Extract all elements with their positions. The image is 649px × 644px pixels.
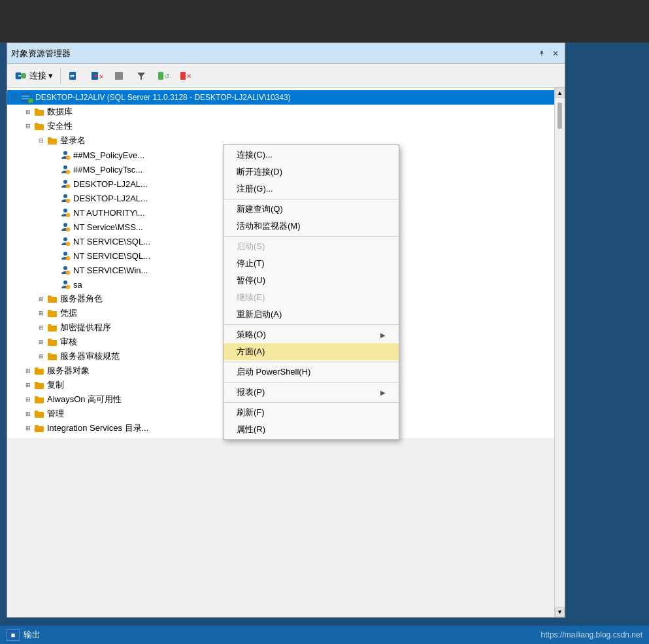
svg-rect-12 (180, 72, 186, 80)
ctx-sep-1 (224, 199, 399, 199)
ctx-disconnect[interactable]: 断开连接(D) (224, 163, 399, 180)
crypto-expand-icon: ⊞ (36, 322, 46, 333)
user-icon-9 (59, 265, 71, 275)
login-nt-service-win-label: NT SERVICE\Win... (73, 265, 148, 275)
toolbar-btn-5[interactable]: ↺ (154, 67, 173, 84)
server-expand-icon: ⊟ (10, 92, 20, 103)
ctx-continue: 继续(E) (224, 289, 399, 306)
svg-text:↺: ↺ (164, 73, 169, 80)
alwayson-label: AlwaysOn 高可用性 (47, 394, 122, 405)
credentials-folder-icon (46, 308, 58, 318)
server-roles-expand-icon: ⊞ (36, 294, 46, 304)
user-icon-2 (59, 164, 71, 175)
filter-icon (135, 69, 148, 82)
login-nt-service-mss-label: NT Service\MSS... (73, 222, 143, 232)
server-objects-expand-icon: ⊞ (23, 365, 33, 376)
credentials-expand-icon: ⊞ (36, 308, 46, 318)
connect-label: 连接 (29, 70, 46, 82)
context-menu: 连接(C)... 断开连接(D) 注册(G)... 新建查询(Q) 活动和监视器… (223, 144, 399, 440)
databases-label: 数据库 (47, 106, 73, 118)
svg-point-23 (63, 180, 67, 184)
user-icon-3 (59, 178, 71, 189)
ctx-facets[interactable]: 方面(A) (224, 343, 399, 360)
replication-folder-icon (33, 380, 45, 390)
title-bar-controls: 🖈 ✕ (536, 49, 561, 58)
ctx-properties[interactable]: 属性(R) (224, 421, 399, 438)
tree-databases[interactable]: ⊞ 数据库 (7, 105, 554, 119)
logins-expand-icon: ⊟ (36, 135, 46, 146)
audit-label: 审核 (60, 336, 77, 348)
close-button[interactable]: ✕ (550, 49, 561, 58)
ctx-pause[interactable]: 暂停(U) (224, 272, 399, 289)
login-nt-authority-label: NT AUTHORITY\... (73, 208, 145, 218)
svg-text:✕: ✕ (186, 73, 191, 80)
svg-text:✕: ✕ (99, 73, 103, 80)
svg-point-25 (63, 194, 67, 198)
ctx-refresh[interactable]: 刷新(F) (224, 404, 399, 421)
audit-folder-icon (46, 337, 58, 347)
svg-rect-15 (22, 95, 29, 97)
server-node[interactable]: ⊟ DESKTOP-LJ2ALIV (SQL Server 11.0.3128 … (7, 90, 554, 105)
svg-point-38 (66, 285, 70, 289)
tree-security[interactable]: ⊟ 安全性 (7, 119, 554, 133)
toolbar-btn-6[interactable]: ✕ (176, 67, 195, 84)
integration-label: Integration Services 目录... (47, 422, 148, 434)
toolbar-btn-4[interactable] (131, 67, 151, 84)
security-label: 安全性 (47, 120, 73, 132)
ctx-sep-3 (224, 324, 399, 325)
svg-point-30 (66, 228, 70, 231)
server-audit-spec-folder-icon (46, 351, 58, 362)
output-label: 输出 (24, 629, 41, 641)
ctx-register[interactable]: 注册(G)... (224, 180, 399, 197)
ctx-restart[interactable]: 重新启动(A) (224, 306, 399, 323)
scroll-up-button[interactable]: ▲ (555, 88, 565, 98)
security-expand-icon: ⊟ (23, 121, 33, 131)
login-ms-policy-eve-label: ##MS_PolicyEve... (73, 150, 144, 160)
refresh-icon: ⇄ (68, 69, 81, 82)
ctx-policy[interactable]: 策略(O) ▶ (224, 326, 399, 343)
svg-point-29 (63, 223, 67, 227)
connect-button[interactable]: 连接 ▾ (11, 67, 56, 84)
alwayson-folder-icon (33, 394, 45, 405)
scroll-thumb[interactable] (557, 103, 562, 129)
top-bar (0, 0, 649, 42)
svg-point-28 (66, 213, 70, 217)
replication-label: 复制 (47, 379, 64, 391)
server-roles-folder-icon (46, 294, 58, 304)
scroll-down-button[interactable]: ▼ (555, 607, 565, 617)
connect-icon (14, 69, 27, 82)
login-desktop-1-label: DESKTOP-LJ2AL... (73, 179, 148, 189)
toolbar-btn-3[interactable] (109, 67, 129, 84)
ctx-reports[interactable]: 报表(P) ▶ (224, 384, 399, 401)
svg-point-26 (66, 199, 70, 203)
logins-folder-icon (46, 135, 58, 146)
ctx-powershell[interactable]: 启动 PowerShell(H) (224, 364, 399, 381)
cycle-icon: ↺ (157, 69, 170, 82)
server-objects-label: 服务器对象 (47, 365, 90, 377)
ssms-window: 对象资源管理器 🖈 ✕ 连接 ▾ ⇄ (7, 42, 565, 618)
stop-icon: ✕ (90, 69, 103, 82)
ctx-connect[interactable]: 连接(C)... (224, 146, 399, 163)
pin-button[interactable]: 🖈 (536, 49, 548, 58)
server-audit-spec-label: 服务器审核规范 (60, 350, 120, 362)
databases-expand-icon: ⊞ (23, 107, 33, 117)
management-folder-icon (33, 409, 45, 419)
svg-rect-16 (22, 98, 29, 99)
user-icon-5 (59, 207, 71, 218)
login-desktop-2-label: DESKTOP-LJ2AL... (73, 194, 148, 203)
toolbar-btn-1[interactable]: ⇄ (65, 67, 84, 84)
svg-point-34 (66, 256, 70, 260)
ctx-sep-4 (224, 362, 399, 362)
user-icon-sa (59, 279, 71, 290)
vertical-scrollbar[interactable]: ▲ ▼ (554, 88, 565, 617)
login-nt-service-sql1-label: NT SERVICE\SQL... (73, 237, 150, 246)
toolbar-btn-2[interactable]: ✕ (87, 67, 107, 84)
login-nt-service-sql2-label: NT SERVICE\SQL... (73, 251, 150, 261)
status-left: ■ 输出 (7, 629, 41, 641)
ctx-stop[interactable]: 停止(T) (224, 255, 399, 272)
ctx-activity-monitor[interactable]: 活动和监视器(M) (224, 218, 399, 235)
svg-point-37 (63, 280, 67, 284)
crypto-folder-icon (46, 322, 58, 333)
ctx-new-query[interactable]: 新建查询(Q) (224, 201, 399, 218)
svg-point-31 (63, 237, 67, 241)
